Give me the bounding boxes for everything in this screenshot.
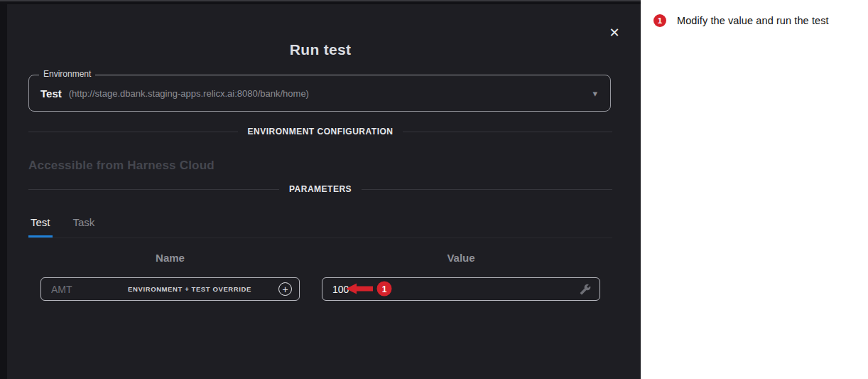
parameters-tabs: Test Task (28, 215, 612, 238)
run-test-modal: ✕ Run test Environment Test (http://stag… (7, 4, 641, 379)
parameters-label: PARAMETERS (289, 184, 352, 194)
close-icon[interactable]: ✕ (605, 23, 624, 42)
environment-selected-name: Test (40, 87, 62, 100)
modal-title: Run test (28, 41, 612, 58)
chevron-down-icon: ▾ (592, 89, 597, 98)
environment-configuration-divider: ENVIRONMENT CONFIGURATION (28, 127, 612, 137)
environment-configuration-label: ENVIRONMENT CONFIGURATION (248, 127, 394, 137)
environment-select-label: Environment (39, 69, 95, 79)
parameter-value-field[interactable] (322, 277, 600, 301)
parameter-name-input[interactable] (51, 284, 101, 295)
divider-line (28, 132, 238, 132)
environment-selected-url: (http://stage.dbank.staging-apps.relicx.… (69, 88, 309, 99)
annotation-panel: 1 Modify the value and run the test (641, 0, 868, 379)
environment-select[interactable]: Environment Test (http://stage.dbank.sta… (28, 75, 611, 112)
add-parameter-button[interactable]: + (278, 282, 292, 296)
value-column-header: Value (322, 252, 600, 264)
instruction-text: Modify the value and run the test (677, 15, 829, 26)
divider-line (403, 132, 612, 132)
wrench-icon[interactable] (580, 284, 591, 295)
app-background: ✕ Run test Environment Test (http://stag… (0, 0, 641, 379)
name-column-header: Name (40, 252, 300, 264)
divider-line (28, 189, 279, 190)
tab-task[interactable]: Task (71, 215, 97, 237)
tab-test[interactable]: Test (28, 215, 53, 237)
divider-line (362, 189, 612, 190)
plus-circle-icon: + (278, 282, 292, 296)
annotation-step: 1 Modify the value and run the test (641, 0, 868, 27)
access-note: Accessible from Harness Cloud (28, 159, 215, 173)
parameter-name-field[interactable]: ENVIRONMENT + TEST OVERRIDE + (40, 277, 300, 301)
parameters-divider: PARAMETERS (28, 184, 612, 194)
step-badge: 1 (653, 14, 666, 27)
parameter-value-input[interactable] (332, 284, 382, 295)
override-badge: ENVIRONMENT + TEST OVERRIDE (105, 285, 274, 293)
